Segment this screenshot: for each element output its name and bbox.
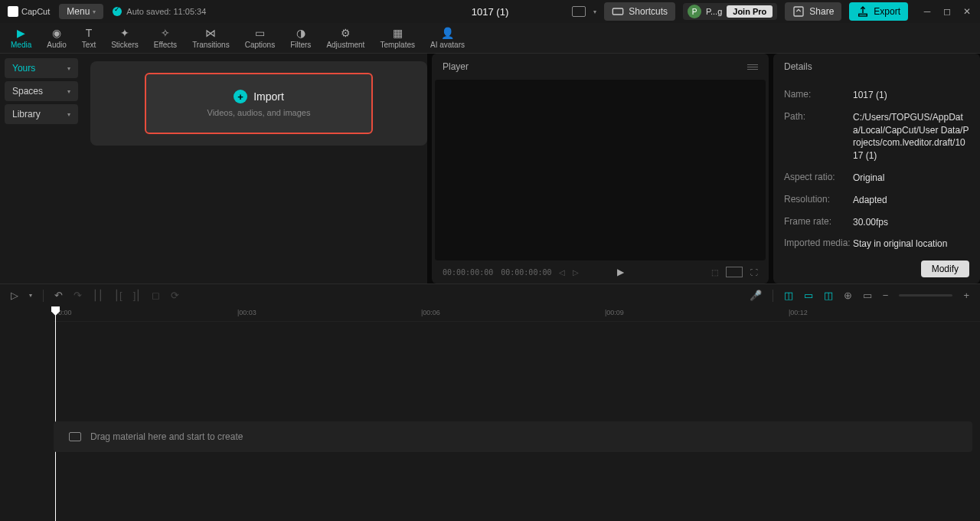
- close-button[interactable]: ✕: [962, 6, 972, 17]
- share-label: Share: [809, 6, 834, 17]
- delete-left-button[interactable]: ⎮[: [114, 290, 122, 301]
- user-avatar[interactable]: P: [688, 5, 701, 18]
- tool-label: Templates: [380, 41, 415, 49]
- adjustment-icon: ⚙: [338, 27, 352, 39]
- preview-ratio-button[interactable]: [726, 267, 743, 277]
- detail-label-framerate: Frame rate:: [784, 216, 853, 227]
- join-pro-button[interactable]: Join Pro: [727, 5, 773, 18]
- plus-icon: +: [234, 90, 247, 103]
- drag-hint-text: Drag material here and start to create: [90, 431, 243, 442]
- sidebar-item-yours[interactable]: Yours▾: [5, 58, 78, 78]
- svg-rect-0: [613, 8, 623, 15]
- tool-captions[interactable]: ▭Captions: [237, 25, 283, 51]
- tool-label: Filters: [290, 41, 311, 49]
- snap-toggle-3[interactable]: ◫: [824, 290, 833, 301]
- details-body: Name:1017 (1) Path:C:/Users/TOPGUS/AppDa…: [773, 80, 980, 254]
- svg-rect-4: [859, 14, 867, 16]
- detail-value-aspect: Original: [853, 172, 884, 185]
- split-button[interactable]: ⎮⎮: [93, 290, 103, 301]
- detail-label-imported: Imported media:: [784, 238, 853, 248]
- tool-label: Stickers: [111, 41, 139, 49]
- logo-icon: [8, 6, 18, 17]
- modify-button[interactable]: Modify: [921, 260, 969, 277]
- details-title: Details: [784, 61, 812, 72]
- tool-media[interactable]: ▶Media: [3, 25, 39, 51]
- next-frame-button[interactable]: ▷: [573, 268, 579, 277]
- ruler-mark: |00:03: [237, 309, 256, 316]
- ai avatars-icon: 👤: [441, 27, 455, 39]
- redo-button[interactable]: ↷: [74, 290, 82, 301]
- main-toolbar: ▶Media◉AudioTText✦Stickers✧Effects⋈Trans…: [0, 23, 980, 54]
- reverse-button[interactable]: ⟳: [171, 290, 179, 301]
- tool-transitions[interactable]: ⋈Transitions: [185, 25, 237, 51]
- tool-label: Media: [11, 41, 31, 49]
- tool-adjustment[interactable]: ⚙Adjustment: [318, 25, 372, 51]
- audio-icon: ◉: [50, 27, 64, 39]
- zoom-in-button[interactable]: +: [963, 290, 969, 301]
- minimize-button[interactable]: ─: [922, 6, 933, 17]
- tool-label: Adjustment: [326, 41, 364, 49]
- timeline-ruler[interactable]: 0:00|00:03|00:06|00:09|00:12: [54, 306, 980, 322]
- tool-effects[interactable]: ✧Effects: [146, 25, 185, 51]
- snap-toggle-1[interactable]: ◫: [784, 290, 793, 301]
- autosave-status: Auto saved: 11:05:34: [113, 7, 206, 16]
- sidebar-label: Spaces: [12, 86, 43, 97]
- share-button[interactable]: Share: [785, 2, 841, 21]
- shortcuts-label: Shortcuts: [629, 6, 668, 17]
- import-subtitle: Videos, audios, and images: [207, 108, 311, 117]
- import-button[interactable]: + Import Videos, audios, and images: [145, 73, 374, 134]
- keyboard-icon: [612, 5, 624, 18]
- player-title: Player: [443, 61, 469, 72]
- tool-ai-avatars[interactable]: 👤AI avatars: [423, 25, 472, 51]
- tool-templates[interactable]: ▦Templates: [372, 25, 423, 51]
- media-panel: + Import Videos, audios, and images: [83, 54, 427, 283]
- play-button[interactable]: ▶: [617, 267, 624, 277]
- zoom-slider[interactable]: [899, 294, 952, 297]
- timeline[interactable]: 0:00|00:03|00:06|00:09|00:12 Drag materi…: [0, 306, 980, 521]
- time-total: 00:00:00:00: [501, 268, 551, 277]
- player-header: Player: [432, 54, 769, 80]
- menu-button[interactable]: Menu ▾: [59, 4, 103, 19]
- aspect-ratio-icon[interactable]: [572, 6, 586, 17]
- timeline-tracks[interactable]: Drag material here and start to create: [0, 322, 980, 506]
- player-menu-icon[interactable]: [747, 64, 758, 70]
- ruler-mark: |00:06: [421, 309, 440, 316]
- prev-frame-button[interactable]: ◁: [559, 268, 565, 277]
- selection-tool[interactable]: ▷: [11, 290, 18, 301]
- snapshot-button[interactable]: ⬚: [711, 268, 718, 277]
- media-icon: ▶: [15, 27, 28, 39]
- chevron-down-icon: ▾: [93, 8, 96, 15]
- snap-toggle-2[interactable]: ▭: [804, 290, 813, 301]
- mic-button[interactable]: 🎤: [750, 290, 762, 301]
- chevron-down-icon: ▾: [67, 111, 70, 118]
- svg-rect-3: [794, 7, 803, 16]
- delete-right-button[interactable]: ]⎮: [133, 290, 142, 301]
- chevron-down-icon: ▾: [67, 65, 70, 72]
- undo-button[interactable]: ↶: [54, 290, 63, 301]
- export-button[interactable]: Export: [849, 2, 908, 21]
- cover-button[interactable]: ▭: [863, 290, 872, 301]
- import-container: + Import Videos, audios, and images: [90, 61, 427, 146]
- zoom-out-button[interactable]: −: [883, 290, 889, 301]
- player-viewport[interactable]: [435, 80, 766, 260]
- tool-text[interactable]: TText: [74, 25, 103, 51]
- autosave-text: Auto saved: 11:05:34: [126, 7, 206, 16]
- tool-stickers[interactable]: ✦Stickers: [103, 25, 146, 51]
- share-icon: [792, 5, 805, 18]
- player-panel: Player 00:00:00:00 00:00:00:00 ◁ ▷ ▶ ⬚ ⛶: [432, 54, 769, 283]
- filters-icon: ◑: [294, 27, 308, 39]
- tool-filters[interactable]: ◑Filters: [283, 25, 318, 51]
- fullscreen-button[interactable]: ⛶: [750, 268, 758, 277]
- export-icon: [857, 5, 869, 18]
- tool-audio[interactable]: ◉Audio: [39, 25, 74, 51]
- shortcuts-button[interactable]: Shortcuts: [604, 2, 675, 21]
- chevron-down-icon[interactable]: ▾: [29, 292, 32, 299]
- chevron-down-icon[interactable]: ▾: [593, 8, 596, 15]
- project-title: 1017 (1): [472, 6, 508, 18]
- time-current: 00:00:00:00: [443, 268, 493, 277]
- crop-button[interactable]: ◻: [152, 290, 160, 301]
- sidebar-item-spaces[interactable]: Spaces▾: [5, 81, 78, 101]
- sidebar-item-library[interactable]: Library▾: [5, 104, 78, 124]
- link-toggle[interactable]: ⊕: [844, 290, 852, 301]
- maximize-button[interactable]: ◻: [942, 6, 952, 17]
